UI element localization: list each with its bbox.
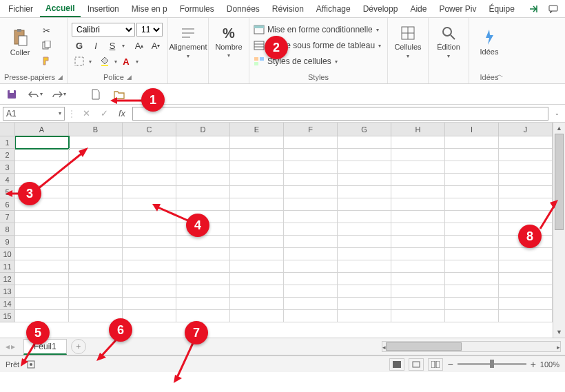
row-header-3[interactable]: 3	[0, 161, 14, 174]
view-page-break-icon[interactable]	[428, 358, 443, 371]
new-file-icon[interactable]	[88, 87, 103, 101]
cell-B9[interactable]	[69, 236, 123, 248]
cell-F8[interactable]	[284, 223, 338, 236]
undo-icon[interactable]: ▾	[28, 87, 43, 101]
name-box[interactable]: A1▾	[3, 107, 65, 121]
zoom-level[interactable]: 100%	[540, 360, 559, 369]
row-header-1[interactable]: 1	[0, 136, 14, 149]
bold-button[interactable]: G	[72, 39, 87, 52]
cell-C1[interactable]	[123, 136, 176, 149]
cell-B6[interactable]	[69, 198, 123, 211]
col-header-J[interactable]: J	[499, 123, 553, 136]
cell-D10[interactable]	[176, 248, 230, 260]
row-header-9[interactable]: 9	[0, 236, 14, 248]
hscroll-thumb[interactable]	[386, 342, 462, 351]
cell-I5[interactable]	[445, 186, 499, 198]
cell-H9[interactable]	[391, 236, 445, 248]
cell-G8[interactable]	[338, 223, 391, 236]
cell-G6[interactable]	[338, 198, 391, 211]
cell-I7[interactable]	[445, 211, 499, 223]
cell-G10[interactable]	[338, 248, 391, 260]
cell-C13[interactable]	[123, 285, 176, 298]
cell-G4[interactable]	[338, 174, 391, 186]
cell-F4[interactable]	[284, 174, 338, 186]
tab-insertion[interactable]: Insertion	[82, 1, 125, 17]
row-header-2[interactable]: 2	[0, 149, 14, 161]
cell-F14[interactable]	[284, 298, 338, 310]
editing-button[interactable]: Édition▾	[433, 19, 464, 65]
tab-donnees[interactable]: Données	[221, 1, 265, 17]
add-sheet-button[interactable]: +	[71, 339, 86, 354]
cell-C11[interactable]	[123, 260, 176, 273]
ideas-button[interactable]: Idées	[473, 19, 505, 65]
cell-I15[interactable]	[445, 310, 499, 322]
col-header-A[interactable]: A	[15, 123, 69, 136]
cell-I9[interactable]	[445, 236, 499, 248]
row-header-4[interactable]: 4	[0, 174, 14, 186]
alignment-button[interactable]: Alignement▾	[172, 19, 204, 65]
cell-D13[interactable]	[176, 285, 230, 298]
cell-H6[interactable]	[391, 198, 445, 211]
cell-F15[interactable]	[284, 310, 338, 322]
cell-A11[interactable]	[15, 260, 69, 273]
tab-formules[interactable]: Formules	[174, 1, 220, 17]
copy-icon[interactable]	[39, 39, 54, 52]
cell-F1[interactable]	[284, 136, 338, 149]
cell-E10[interactable]	[230, 248, 284, 260]
enter-formula-icon[interactable]: ✓	[96, 107, 112, 121]
underline-button[interactable]: S	[105, 39, 120, 52]
col-header-I[interactable]: I	[445, 123, 499, 136]
cell-A8[interactable]	[15, 223, 69, 236]
format-painter-icon[interactable]	[39, 54, 54, 68]
cell-A9[interactable]	[15, 236, 69, 248]
cell-F7[interactable]	[284, 211, 338, 223]
cell-C3[interactable]	[123, 161, 176, 174]
cell-C4[interactable]	[123, 174, 176, 186]
cell-B7[interactable]	[69, 211, 123, 223]
cell-F10[interactable]	[284, 248, 338, 260]
comments-icon[interactable]	[544, 1, 562, 17]
cell-I12[interactable]	[445, 273, 499, 285]
font-color-icon[interactable]: A	[119, 54, 134, 68]
tab-affichage[interactable]: Affichage	[311, 1, 356, 17]
cell-E3[interactable]	[230, 161, 284, 174]
cell-B12[interactable]	[69, 273, 123, 285]
cell-E15[interactable]	[230, 310, 284, 322]
cell-E14[interactable]	[230, 298, 284, 310]
decrease-font-icon[interactable]: A▾	[148, 39, 163, 52]
cell-H10[interactable]	[391, 248, 445, 260]
cell-D1[interactable]	[176, 136, 230, 149]
scroll-right-icon[interactable]: ▸	[557, 342, 560, 353]
cell-G1[interactable]	[338, 136, 391, 149]
cell-I4[interactable]	[445, 174, 499, 186]
cell-I14[interactable]	[445, 298, 499, 310]
cell-H7[interactable]	[391, 211, 445, 223]
zoom-in-button[interactable]: +	[531, 359, 536, 370]
cell-G14[interactable]	[338, 298, 391, 310]
cell-B8[interactable]	[69, 223, 123, 236]
cell-E4[interactable]	[230, 174, 284, 186]
font-dialog-icon[interactable]: ◢	[127, 74, 132, 81]
sheet-nav-next-icon[interactable]: ▸	[11, 342, 15, 351]
col-header-E[interactable]: E	[230, 123, 284, 136]
paste-button[interactable]: Coller	[4, 19, 36, 65]
cell-F12[interactable]	[284, 273, 338, 285]
cell-I13[interactable]	[445, 285, 499, 298]
cell-G11[interactable]	[338, 260, 391, 273]
cell-D9[interactable]	[176, 236, 230, 248]
cell-A13[interactable]	[15, 285, 69, 298]
row-header-14[interactable]: 14	[0, 298, 14, 310]
cell-J4[interactable]	[499, 174, 553, 186]
cell-H1[interactable]	[391, 136, 445, 149]
cell-G12[interactable]	[338, 273, 391, 285]
cell-F3[interactable]	[284, 161, 338, 174]
cell-D14[interactable]	[176, 298, 230, 310]
cell-B10[interactable]	[69, 248, 123, 260]
cell-D2[interactable]	[176, 149, 230, 161]
cell-F13[interactable]	[284, 285, 338, 298]
cell-D12[interactable]	[176, 273, 230, 285]
tab-power-pivot[interactable]: Power Piv	[433, 1, 482, 17]
cell-D11[interactable]	[176, 260, 230, 273]
cell-F2[interactable]	[284, 149, 338, 161]
cell-H4[interactable]	[391, 174, 445, 186]
